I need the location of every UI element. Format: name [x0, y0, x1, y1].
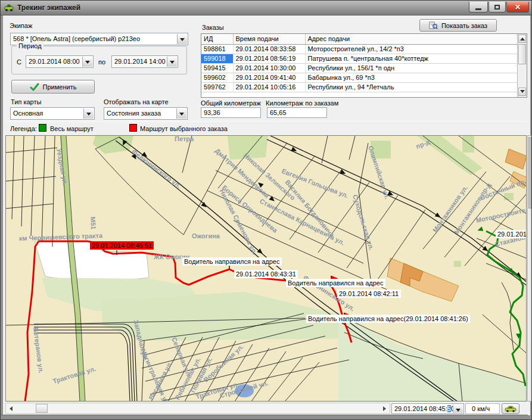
- order-time[interactable]: 29.01.2014 09:41:40: [233, 73, 305, 82]
- window-bottom-edge: [1, 415, 528, 415]
- legend-swatch-selected-route: [129, 124, 137, 132]
- orders-mileage-label: Километраж по заказам: [266, 99, 338, 107]
- title-bar[interactable]: Трекинг экипажей ✕: [1, 1, 532, 15]
- crew-value: 568 * [Опель Astra] (серебристый) р213ео: [13, 35, 176, 42]
- map-type-combobox[interactable]: Основная: [10, 107, 95, 120]
- order-id[interactable]: 598861: [201, 44, 233, 54]
- svg-text:29.01.2014 08:42:11: 29.01.2014 08:42:11: [339, 290, 399, 297]
- map-canvas[interactable]: ПетраФедюнинского ул.Дмитрия МенделееваН…: [5, 135, 527, 402]
- map-vertical-scrollbar[interactable]: [527, 135, 532, 402]
- total-mileage-field[interactable]: 93,36: [201, 107, 261, 118]
- order-id[interactable]: 599018: [201, 54, 233, 63]
- orders-table[interactable]: ИД Время подачи Адрес подачи 59886129.01…: [201, 33, 527, 98]
- display-mode-dropdown[interactable]: [176, 108, 186, 119]
- playback-time-picker[interactable]: 29.01.2014 08:45:50: [391, 403, 464, 414]
- map-street-label: Петра: [175, 136, 194, 142]
- scroll-up-icon[interactable]: [518, 35, 526, 43]
- map-street-label: Федюнинского ул.: [130, 148, 182, 189]
- order-time[interactable]: 29.01.2014 10:05:16: [233, 82, 305, 92]
- speed-indicator: 0 км/ч: [465, 403, 500, 414]
- display-mode-label: Отображать на карте: [104, 98, 169, 105]
- order-row[interactable]: 59901829.01.2014 08:56:19Патрушева п. *ц…: [201, 54, 518, 63]
- order-row[interactable]: 59941529.01.2014 10:30:00Республики ул.,…: [201, 63, 518, 73]
- map-street-label: Ветеранов ул.: [32, 327, 45, 374]
- orders-mileage-field[interactable]: 65,65: [267, 107, 327, 118]
- col-address[interactable]: Адрес подачи: [305, 34, 518, 44]
- minimize-icon: [475, 8, 481, 10]
- crew-dropdown-button[interactable]: [177, 34, 187, 44]
- apply-button[interactable]: Применить: [11, 80, 95, 94]
- map-annotation-label: 29.01.2014 08:42:11: [337, 290, 401, 298]
- svg-text:Водитель направился на адрес(2: Водитель направился на адрес(29.01.2014 …: [308, 315, 468, 322]
- order-id[interactable]: 599762: [201, 82, 233, 92]
- maximize-button[interactable]: [489, 2, 506, 13]
- time-dropdown-button[interactable]: [453, 405, 463, 413]
- map-railway: [34, 324, 137, 402]
- order-row[interactable]: 59960229.01.2014 09:41:40Бабарынка ул., …: [201, 73, 518, 82]
- legend-selected-route-label: Маршрут выбранного заказа: [140, 125, 228, 132]
- map-street-label: Моторостроителей: [475, 204, 527, 224]
- car-icon: [505, 405, 517, 412]
- map-annotation-label: 29.01.2014 0: [496, 230, 527, 238]
- order-address[interactable]: Бабарынка ул., 69 *п3: [305, 73, 518, 82]
- order-address[interactable]: Республики ул., 94 *Летчаль: [305, 82, 518, 92]
- col-time[interactable]: Время подачи: [233, 34, 305, 44]
- chevron-down-icon: [180, 38, 185, 43]
- period-to-value: 29.01.2014 14:00: [114, 58, 166, 65]
- scroll-left-icon[interactable]: [6, 403, 15, 413]
- order-id[interactable]: 599415: [201, 63, 233, 73]
- period-from-label: С: [17, 58, 21, 66]
- chevron-down-icon: [85, 61, 90, 66]
- order-address[interactable]: Республики ул., 156/1 *п одн: [305, 63, 518, 73]
- scroll-down-icon[interactable]: [518, 88, 526, 96]
- map-type-dropdown[interactable]: [83, 108, 94, 119]
- app-car-icon: [4, 3, 14, 13]
- scroll-right-icon[interactable]: [380, 403, 390, 413]
- period-from-value: 29.01.2014 08:00: [29, 58, 81, 65]
- window-title: Трекинг экипажей: [17, 4, 80, 12]
- vehicle-button[interactable]: [502, 403, 519, 414]
- close-icon: ✕: [515, 3, 521, 11]
- svg-text:Водитель направился на адрес: Водитель направился на адрес: [184, 258, 280, 265]
- map-scroll-thumb[interactable]: [528, 137, 531, 209]
- order-row[interactable]: 59886129.01.2014 08:33:58Моторостроителе…: [201, 44, 518, 54]
- order-address[interactable]: Патрушева п. *центральная 40*коттедж: [305, 54, 518, 63]
- display-mode-value: Состояния заказа: [107, 110, 175, 117]
- chevron-down-icon: [456, 409, 461, 414]
- period-to-label: по: [98, 58, 105, 66]
- legend-swatch-full-route: [39, 124, 46, 132]
- timeline-scroll-thumb[interactable]: [36, 404, 48, 413]
- close-button[interactable]: ✕: [506, 2, 529, 13]
- svg-text:29.01.2014 0: 29.01.2014 0: [497, 231, 527, 238]
- order-id[interactable]: 599602: [201, 73, 233, 82]
- period-from-dropdown[interactable]: [82, 57, 92, 67]
- orders-header-row[interactable]: ИД Время подачи Адрес подачи: [201, 34, 518, 44]
- map-street-label: Суходольская ул.: [351, 194, 375, 251]
- period-from-picker[interactable]: 29.01.2014 08:00: [26, 55, 94, 68]
- order-time[interactable]: 29.01.2014 10:30:00: [233, 63, 305, 73]
- legend-full-route-label: Весь маршрут: [50, 125, 94, 132]
- svg-text:29.01.2014 08:43:31: 29.01.2014 08:43:31: [236, 270, 296, 278]
- map-highway: [116, 136, 527, 402]
- map-street-label: Трактовая ул.: [52, 365, 97, 385]
- map-street-label: Ожогина: [192, 232, 220, 239]
- map-street-label: км Червишевского тракта: [19, 232, 103, 242]
- col-id[interactable]: ИД: [201, 34, 233, 44]
- app-window: Трекинг экипажей ✕ Экипаж 568 * [Опель A…: [0, 0, 532, 420]
- timeline-scrollbar[interactable]: [5, 403, 390, 414]
- orders-label: Заказы: [202, 24, 224, 31]
- display-mode-combobox[interactable]: Состояния заказа: [104, 107, 188, 120]
- order-row[interactable]: 59976229.01.2014 10:05:16Республики ул.,…: [201, 82, 518, 92]
- legend-label: Легенда:: [10, 125, 37, 132]
- total-mileage-label: Общий километраж: [201, 99, 261, 107]
- period-to-dropdown[interactable]: [167, 57, 177, 67]
- show-order-button[interactable]: Показать заказ: [419, 19, 497, 32]
- period-to-picker[interactable]: 29.01.2014 14:00: [111, 55, 178, 68]
- orders-scroll-thumb[interactable]: [518, 44, 526, 64]
- crew-label: Экипаж: [10, 22, 32, 29]
- orders-scrollbar[interactable]: [517, 34, 527, 97]
- order-time[interactable]: 29.01.2014 08:56:19: [233, 54, 305, 63]
- order-time[interactable]: 29.01.2014 08:33:58: [233, 44, 305, 54]
- order-address[interactable]: Моторостроителей ул., 14/2 *п3: [305, 44, 518, 54]
- minimize-button[interactable]: [469, 2, 488, 13]
